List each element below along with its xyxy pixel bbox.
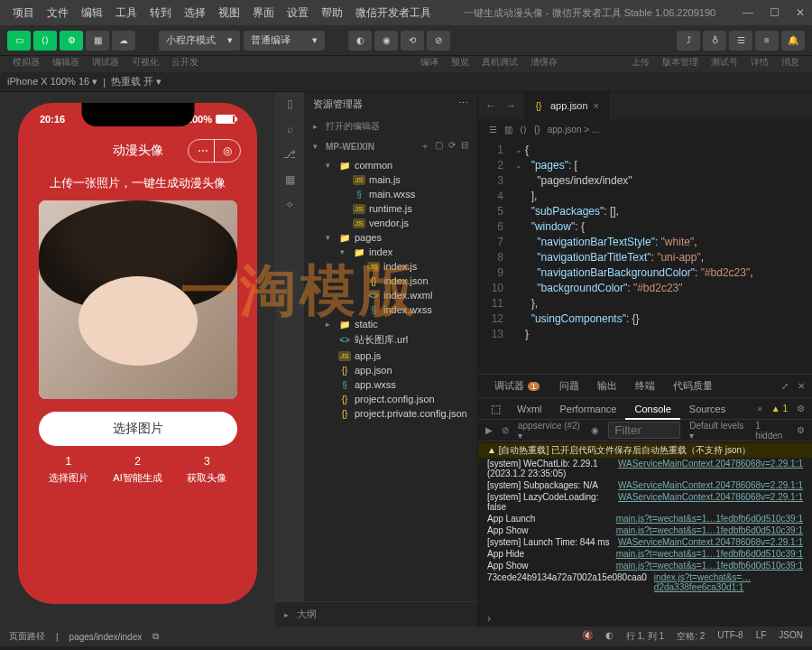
menu-编辑[interactable]: 编辑 xyxy=(76,3,108,23)
mode-combo[interactable]: 小程序模式▾ xyxy=(159,31,240,51)
menu-微信开发者工具[interactable]: 微信开发者工具 xyxy=(350,3,437,23)
menu-视图[interactable]: 视图 xyxy=(213,3,245,23)
capsule-close-icon[interactable]: ◎ xyxy=(214,139,241,162)
tree-item[interactable]: ▾📁common xyxy=(304,158,477,172)
fwd-icon[interactable]: → xyxy=(505,99,516,112)
devtools-tab[interactable]: Console xyxy=(625,400,679,420)
clear-icon[interactable]: ⊘ xyxy=(502,425,509,435)
devtools-tab[interactable]: Performance xyxy=(551,400,626,418)
stop-icon[interactable]: ▶ xyxy=(485,425,493,435)
branch-icon[interactable]: ⎇ xyxy=(283,148,296,161)
context-select[interactable]: appservice (#2) ▾ xyxy=(518,421,582,441)
status-item[interactable]: JSON xyxy=(779,630,803,643)
menu-文件[interactable]: 文件 xyxy=(42,3,74,23)
tree-item[interactable]: JSindex.js xyxy=(304,259,477,274)
new-file-icon[interactable]: ＋ xyxy=(420,140,429,153)
tree-item[interactable]: JSmain.js xyxy=(304,172,477,187)
panel-close-icon[interactable]: ✕ xyxy=(798,381,805,391)
copy-icon[interactable]: ⧉ xyxy=(152,631,159,642)
editor-button[interactable]: ⟨⟩ xyxy=(33,31,57,51)
inspect-icon[interactable]: ⬚ xyxy=(485,403,506,415)
remote-debug-button[interactable]: ⟲ xyxy=(401,31,424,51)
menu-转到[interactable]: 转到 xyxy=(144,3,177,23)
mute-icon[interactable]: 🔇 xyxy=(582,630,593,643)
status-item[interactable]: 行 1, 列 1 xyxy=(626,630,664,643)
cloud-button[interactable]: ☁ xyxy=(112,31,135,51)
tree-item[interactable]: {}index.json xyxy=(304,274,477,288)
back-icon[interactable]: ← xyxy=(485,99,496,112)
simulator-button[interactable]: ▭ xyxy=(7,31,31,51)
clear-cache-button[interactable]: ⊘ xyxy=(427,31,450,51)
scene-icon[interactable]: ◐ xyxy=(605,630,614,643)
devtools-tab[interactable]: Wxml xyxy=(508,400,551,418)
gear-icon[interactable]: ⚙ xyxy=(797,404,805,413)
tree-item[interactable]: {}app.json xyxy=(304,363,477,377)
settings-icon[interactable]: ⚙ xyxy=(797,425,805,435)
hot-reload-toggle[interactable]: 热重载 开 ▾ xyxy=(111,75,161,88)
tree-item[interactable]: <>站长图库.url xyxy=(304,331,477,348)
expand-icon[interactable]: ⤢ xyxy=(781,381,789,391)
panel-tab[interactable]: 问题 xyxy=(550,376,588,395)
status-item[interactable]: 空格: 2 xyxy=(677,630,705,643)
status-item[interactable]: UTF-8 xyxy=(717,630,743,643)
ext-icon[interactable]: ▦ xyxy=(285,173,295,186)
code-editor[interactable]: 12345678910111213 ⌄⌄ { "pages": [ "pages… xyxy=(478,139,812,374)
test-button[interactable]: ☰ xyxy=(729,31,752,51)
tab-app-json[interactable]: {} app.json × xyxy=(523,92,609,119)
outline-section[interactable]: ▸大纲 xyxy=(275,601,477,627)
layout-icon[interactable]: ▥ xyxy=(504,125,512,135)
tree-item[interactable]: ▾📁pages xyxy=(304,230,477,245)
capsule-menu-icon[interactable]: ⋯ xyxy=(188,139,215,162)
tree-item[interactable]: §index.wxss xyxy=(304,302,477,317)
version-button[interactable]: ♁ xyxy=(703,31,726,51)
tab-close-icon[interactable]: × xyxy=(594,100,599,111)
tree-item[interactable]: JSruntime.js xyxy=(304,201,477,216)
panel-tab[interactable]: 终端 xyxy=(626,376,664,395)
split-icon[interactable]: ☰ xyxy=(489,125,497,135)
eye-icon[interactable]: ◉ xyxy=(591,425,599,435)
tree-item[interactable]: §main.wxss xyxy=(304,187,477,201)
close-icon[interactable]: ✕ xyxy=(796,6,805,19)
maximize-icon[interactable]: ☐ xyxy=(770,6,780,19)
tree-item[interactable]: JSapp.js xyxy=(304,348,477,363)
page-path[interactable]: pages/index/index xyxy=(69,632,143,642)
files-icon[interactable]: ▯ xyxy=(287,98,293,110)
menu-设置[interactable]: 设置 xyxy=(281,3,314,23)
upload-button[interactable]: ⤴ xyxy=(677,31,700,51)
project-root[interactable]: ▾MP-WEIXIN ＋ ▢ ⟳ ⊟ xyxy=(304,136,477,156)
panel-tab[interactable]: 输出 xyxy=(588,376,626,395)
device-select[interactable]: iPhone X 100% 16 ▾ xyxy=(7,76,97,88)
devtools-tab[interactable]: Sources xyxy=(680,400,734,418)
compile-combo[interactable]: 普通编译▾ xyxy=(244,31,325,51)
chevrons-icon[interactable]: » xyxy=(757,404,762,413)
search-icon[interactable]: ⌕ xyxy=(287,123,293,135)
menu-帮助[interactable]: 帮助 xyxy=(316,3,348,23)
debugger-button[interactable]: ⚙ xyxy=(60,31,83,51)
debugger-tab[interactable]: 调试器 xyxy=(485,376,549,396)
new-folder-icon[interactable]: ▢ xyxy=(435,140,443,153)
menu-工具[interactable]: 工具 xyxy=(110,3,143,23)
select-image-button[interactable]: 选择图片 xyxy=(39,412,237,446)
menu-界面[interactable]: 界面 xyxy=(247,3,280,23)
levels-select[interactable]: Default levels ▾ xyxy=(689,421,746,441)
tree-item[interactable]: {}project.private.config.json xyxy=(304,406,477,421)
tree-item[interactable]: <>index.wxml xyxy=(304,288,477,302)
more-icon[interactable]: ⋯ xyxy=(458,98,468,111)
preview-button[interactable]: ◉ xyxy=(374,31,398,51)
detail-button[interactable]: ≡ xyxy=(755,31,779,51)
menu-选择[interactable]: 选择 xyxy=(179,3,211,23)
tree-item[interactable]: §app.wxss xyxy=(304,377,477,392)
message-button[interactable]: 🔔 xyxy=(781,31,805,51)
tree-item[interactable]: {}project.config.json xyxy=(304,392,477,406)
menu-项目[interactable]: 项目 xyxy=(7,3,40,23)
tree-item[interactable]: ▾📁index xyxy=(304,245,477,259)
tree-item[interactable]: JSvendor.js xyxy=(304,216,477,230)
visual-button[interactable]: ▦ xyxy=(86,31,109,51)
compile-button[interactable]: ◐ xyxy=(348,31,372,51)
console-prompt[interactable]: › xyxy=(478,610,812,627)
collapse-icon[interactable]: ⊟ xyxy=(461,140,468,153)
panel-tab[interactable]: 代码质量 xyxy=(664,376,722,395)
refresh-icon[interactable]: ⟳ xyxy=(448,140,456,153)
filter-input[interactable] xyxy=(608,422,680,439)
open-editors-section[interactable]: ▸打开的编辑器 xyxy=(304,116,477,136)
